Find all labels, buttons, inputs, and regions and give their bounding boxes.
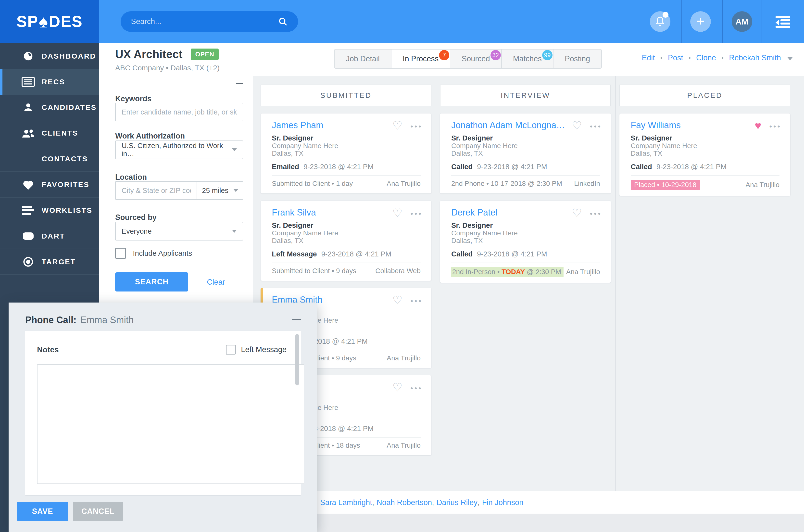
location-field[interactable] xyxy=(115,181,196,200)
work-auth-select[interactable]: U.S. Citizen, Authorized to Work in… xyxy=(115,140,243,159)
card-menu-icon[interactable] xyxy=(410,210,423,218)
candidate-name-link[interactable]: Fay Williams xyxy=(631,120,748,131)
favorite-heart-icon[interactable] xyxy=(572,120,582,131)
left-message-checkbox[interactable] xyxy=(226,345,235,355)
footer-person-link[interactable]: Darius Riley xyxy=(437,498,478,507)
notes-textarea[interactable] xyxy=(37,364,304,484)
include-applicants-checkbox[interactable] xyxy=(115,248,126,259)
candidate-card[interactable]: Derek Patel Sr. Designer Company Name He… xyxy=(440,201,611,283)
job-subtitle: ABC Company • Dallas, TX (+2) xyxy=(115,64,219,72)
include-applicants-row[interactable]: Include Applicants xyxy=(115,248,192,259)
owner-link[interactable]: Rebekah Smith xyxy=(729,54,781,62)
global-search[interactable] xyxy=(121,11,298,32)
candidate-card[interactable]: Frank Silva Sr. Designer Company Name He… xyxy=(261,201,432,281)
status-badge: OPEN xyxy=(191,49,219,60)
footer-person-link[interactable]: Sara Lambright xyxy=(320,498,372,507)
tab-sourced[interactable]: Sourced32 xyxy=(450,49,501,69)
heart-icon xyxy=(21,179,35,190)
tab-matches[interactable]: Matches99 xyxy=(501,49,554,69)
card-menu-icon[interactable] xyxy=(769,122,782,131)
tab-count-badge: 99 xyxy=(542,50,553,60)
candidate-name-link[interactable]: Derek Patel xyxy=(451,207,569,218)
location-label: Location xyxy=(115,173,147,182)
logo-text-left: SP xyxy=(16,13,38,31)
minimize-icon[interactable] xyxy=(292,319,301,320)
footer-person-link[interactable]: Fin Johnson xyxy=(482,498,523,507)
candidate-name-link[interactable]: Jonathon Adam McLongname… xyxy=(451,120,569,131)
save-button[interactable]: SAVE xyxy=(17,502,68,521)
location-input[interactable] xyxy=(121,187,191,195)
search-button[interactable]: SEARCH xyxy=(115,272,188,291)
favorite-heart-icon[interactable] xyxy=(755,120,761,131)
notes-panel: Notes Left Message xyxy=(25,331,301,495)
card-menu-icon[interactable] xyxy=(590,122,602,131)
card-menu-icon[interactable] xyxy=(410,297,423,305)
card-menu-icon[interactable] xyxy=(590,210,602,218)
tab-in-process[interactable]: In Process7 xyxy=(391,49,450,69)
tab-job-detail[interactable]: Job Detail xyxy=(334,49,391,69)
candidate-card[interactable]: Jonathon Adam McLongname… Sr. Designer C… xyxy=(440,114,611,193)
search-icon[interactable] xyxy=(278,17,288,26)
candidate-card[interactable]: James Pham Sr. Designer Company Name Her… xyxy=(261,114,432,193)
source-info: Ana Trujillo xyxy=(566,268,600,276)
header-actions: Edit • Post • Clone • Rebekah Smith xyxy=(642,54,793,62)
card-menu-icon[interactable] xyxy=(410,122,423,131)
stage-info: 2nd Phone • 10-17-2018 @ 2:30 PM xyxy=(451,180,562,188)
avatar[interactable]: AM xyxy=(732,11,752,32)
keywords-field[interactable] xyxy=(115,103,243,121)
clear-link[interactable]: Clear xyxy=(207,278,225,287)
logo[interactable]: SPDES xyxy=(0,0,99,43)
collapse-menu-icon[interactable] xyxy=(776,16,790,27)
favorite-heart-icon[interactable] xyxy=(393,207,402,218)
source-info: LinkedIn xyxy=(574,180,600,188)
tab-posting[interactable]: Posting xyxy=(553,49,602,69)
sidebar-item-dashboard[interactable]: DASHBOARD xyxy=(0,43,99,69)
radius-select[interactable]: 25 miles xyxy=(196,181,243,200)
cancel-button[interactable]: CANCEL xyxy=(73,502,123,521)
candidate-card[interactable]: Fay Williams Sr. Designer Company Name H… xyxy=(619,114,790,196)
edit-link[interactable]: Edit xyxy=(642,54,655,62)
sourced-by-select[interactable]: Everyone xyxy=(115,222,243,241)
favorite-heart-icon[interactable] xyxy=(393,382,402,393)
sidebar-item-favorites[interactable]: FAVORITES xyxy=(0,172,99,197)
scrollbar-thumb[interactable] xyxy=(295,334,299,385)
page-title: UX Architect xyxy=(115,48,183,61)
clone-link[interactable]: Clone xyxy=(696,54,716,62)
card-menu-icon[interactable] xyxy=(410,384,423,393)
sidebar-item-target[interactable]: TARGET xyxy=(0,249,99,275)
keywords-label: Keywords xyxy=(115,94,152,103)
favorite-heart-icon[interactable] xyxy=(393,120,402,131)
keywords-input[interactable] xyxy=(121,108,237,116)
topbar-divider xyxy=(722,0,723,43)
collapse-panel-icon[interactable] xyxy=(236,83,243,84)
candidate-name-link[interactable]: James Pham xyxy=(272,120,389,131)
sidebar-item-contacts[interactable]: CONTACTS xyxy=(0,146,99,172)
left-message-row[interactable]: Left Message xyxy=(226,345,287,355)
topbar-divider xyxy=(762,0,762,43)
tab-bar: Job Detail In Process7 Sourced32 Matches… xyxy=(334,49,602,69)
today-emphasis: TODAY xyxy=(501,268,525,276)
chevron-down-icon[interactable] xyxy=(787,57,793,60)
sidebar-item-recs[interactable]: RECS xyxy=(0,69,99,95)
target-icon xyxy=(21,256,35,267)
phone-call-modal: Phone Call: Emma Smith Notes Left Messag… xyxy=(8,303,317,532)
sidebar-item-candidates[interactable]: CANDIDATES xyxy=(0,95,99,120)
post-link[interactable]: Post xyxy=(668,54,683,62)
footer-person-link[interactable]: Noah Robertson xyxy=(377,498,432,507)
search-input[interactable] xyxy=(131,17,278,26)
recs-icon xyxy=(21,76,35,87)
topbar-divider xyxy=(682,0,682,43)
sidebar-item-worklists[interactable]: WORKLISTS xyxy=(0,197,99,223)
favorite-heart-icon[interactable] xyxy=(572,207,582,218)
column-interview: INTERVIEW Jonathon Adam McLongname… Sr. … xyxy=(440,84,611,455)
notifications-button[interactable] xyxy=(650,11,670,32)
candidate-name-link[interactable]: Frank Silva xyxy=(272,207,389,218)
caret-down-icon xyxy=(233,189,238,192)
add-button[interactable]: + xyxy=(690,11,711,32)
caret-down-icon xyxy=(232,148,237,151)
favorite-heart-icon[interactable] xyxy=(393,294,402,306)
page-header: UX Architect OPEN ABC Company • Dallas, … xyxy=(99,43,804,76)
include-applicants-label: Include Applicants xyxy=(133,249,192,258)
sidebar-item-clients[interactable]: CLIENTS xyxy=(0,120,99,146)
sidebar-item-dart[interactable]: DART xyxy=(0,223,99,249)
